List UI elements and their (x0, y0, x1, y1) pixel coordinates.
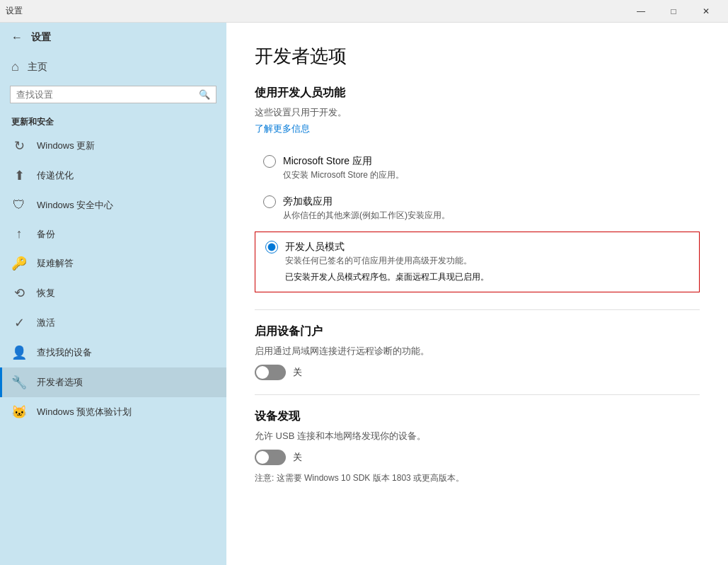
close-button[interactable]: ✕ (690, 0, 722, 23)
radio-option-sideload: 旁加载应用 从你信任的其他来源(例如工作区)安装应用。 (255, 188, 700, 229)
sidebar-item-activation[interactable]: ✓ 激活 (0, 308, 226, 338)
sidebar-item-windows-update[interactable]: ↻ Windows 更新 (0, 131, 226, 161)
radio-label-row: 旁加载应用 (263, 195, 691, 208)
sidebar-item-recovery[interactable]: ⟲ 恢复 (0, 278, 226, 308)
title-bar: 设置 — □ ✕ (0, 0, 728, 23)
section-divider-2 (255, 394, 700, 395)
delivery-optimization-icon: ⬆ (11, 168, 27, 183)
toggle2-label: 关 (293, 451, 302, 464)
sidebar-item-label: 开发者选项 (37, 376, 83, 389)
main-content: 开发者选项 使用开发人员功能 这些设置只用于开发。 了解更多信息 Microso… (226, 23, 728, 565)
sidebar-item-label: 传递优化 (37, 169, 74, 182)
backup-icon: ↑ (11, 227, 27, 241)
note-text: 注意: 这需要 Windows 10 SDK 版本 1803 或更高版本。 (255, 472, 700, 484)
recovery-icon: ⟲ (11, 285, 27, 301)
sidebar-item-label: 激活 (37, 316, 55, 329)
app-body: ← 设置 ⌂ 主页 🔍 更新和安全 ↻ Windows 更新 ⬆ 传递优化 🛡 … (0, 23, 728, 565)
minimize-button[interactable]: — (625, 0, 657, 23)
sidebar-home-item[interactable]: ⌂ 主页 (0, 52, 226, 81)
title-bar-left: 设置 (6, 5, 23, 17)
radio-desc-sideload: 从你信任的其他来源(例如工作区)安装应用。 (283, 210, 691, 222)
section1-title: 使用开发人员功能 (255, 86, 700, 101)
sidebar: ← 设置 ⌂ 主页 🔍 更新和安全 ↻ Windows 更新 ⬆ 传递优化 🛡 … (0, 23, 226, 565)
sidebar-item-backup[interactable]: ↑ 备份 (0, 219, 226, 249)
sidebar-section-title: 更新和安全 (0, 110, 226, 131)
toggle1-row: 关 (255, 365, 700, 380)
title-bar-title: 设置 (6, 5, 23, 17)
sidebar-item-label: 查找我的设备 (37, 346, 92, 359)
sidebar-item-windows-security[interactable]: 🛡 Windows 安全中心 (0, 190, 226, 219)
radio-label-store-apps: Microsoft Store 应用 (283, 155, 372, 168)
activation-icon: ✓ (11, 315, 27, 331)
sidebar-nav-top: ← 设置 (0, 23, 226, 52)
back-button[interactable]: ← (11, 31, 23, 44)
radio-group: Microsoft Store 应用 仅安装 Microsoft Store 的… (255, 148, 700, 295)
section1-desc: 这些设置只用于开发。 (255, 106, 700, 119)
page-title: 开发者选项 (255, 44, 700, 69)
radio-option-developer-mode: 开发人员模式 安装任何已签名的可信应用并使用高级开发功能。 已安装开发人员模式程… (255, 232, 700, 292)
developer-icon: 🔧 (11, 375, 27, 390)
sidebar-item-developer[interactable]: 🔧 开发者选项 (0, 367, 226, 397)
home-icon: ⌂ (11, 59, 19, 74)
home-label: 主页 (28, 61, 47, 74)
sidebar-item-delivery-optimization[interactable]: ⬆ 传递优化 (0, 161, 226, 190)
sidebar-item-windows-insider[interactable]: 🐱 Windows 预览体验计划 (0, 397, 226, 427)
radio-label-row: Microsoft Store 应用 (263, 155, 691, 168)
section-divider-1 (255, 309, 700, 310)
radio-label-sideload: 旁加载应用 (283, 195, 333, 208)
radio-desc-developer-mode: 安装任何已签名的可信应用并使用高级开发功能。 (285, 255, 689, 267)
radio-desc-store-apps: 仅安装 Microsoft Store 的应用。 (283, 169, 691, 181)
radio-label-developer-mode: 开发人员模式 (285, 241, 345, 253)
section3-desc: 允许 USB 连接和本地网络发现你的设备。 (255, 430, 700, 443)
radio-store-apps[interactable] (263, 155, 276, 168)
sidebar-item-label: Windows 安全中心 (37, 199, 113, 212)
radio-option-store-apps: Microsoft Store 应用 仅安装 Microsoft Store 的… (255, 148, 700, 188)
sidebar-item-label: 疑难解答 (37, 257, 74, 270)
troubleshoot-icon: 🔑 (11, 256, 27, 271)
toggle1[interactable] (255, 365, 286, 380)
sidebar-item-label: Windows 预览体验计划 (37, 406, 132, 418)
learn-more-link[interactable]: 了解更多信息 (255, 122, 310, 135)
radio-extra-desc-developer-mode: 已安装开发人员模式程序包。桌面远程工具现已启用。 (285, 271, 689, 283)
toggle2-row: 关 (255, 450, 700, 465)
radio-label-row: 开发人员模式 (265, 241, 689, 253)
windows-insider-icon: 🐱 (11, 404, 27, 420)
toggle2[interactable] (255, 450, 286, 465)
toggle1-label: 关 (293, 366, 302, 379)
windows-update-icon: ↻ (11, 138, 27, 154)
search-input[interactable] (16, 89, 199, 100)
sidebar-item-troubleshoot[interactable]: 🔑 疑难解答 (0, 249, 226, 278)
sidebar-item-label: 备份 (37, 228, 55, 241)
find-device-icon: 👤 (11, 345, 27, 360)
sidebar-item-label: 恢复 (37, 287, 55, 299)
sidebar-item-find-device[interactable]: 👤 查找我的设备 (0, 338, 226, 367)
sidebar-search-box[interactable]: 🔍 (10, 86, 216, 103)
section2-title: 启用设备门户 (255, 324, 700, 339)
section2-desc: 启用通过局域网连接进行远程诊断的功能。 (255, 345, 700, 358)
windows-security-icon: 🛡 (11, 198, 27, 212)
maximize-button[interactable]: □ (657, 0, 690, 23)
section3-title: 设备发现 (255, 409, 700, 424)
radio-sideload[interactable] (263, 195, 276, 208)
title-bar-controls: — □ ✕ (625, 0, 722, 23)
radio-developer-mode[interactable] (265, 241, 278, 253)
search-icon: 🔍 (199, 89, 210, 100)
sidebar-app-title: 设置 (31, 31, 51, 44)
sidebar-item-label: Windows 更新 (37, 139, 95, 152)
